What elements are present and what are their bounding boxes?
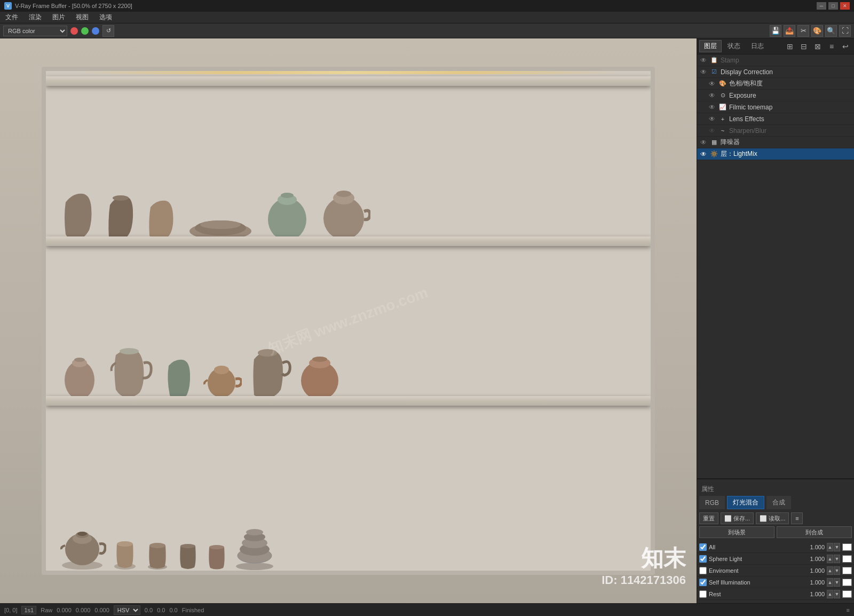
refresh-button[interactable]: ↺ — [102, 25, 114, 37]
viewport[interactable]: 知末网 www.znzmo.com 知末 ID: 1142171306 — [0, 38, 697, 603]
shelf-row-3 — [58, 86, 638, 246]
layer-denoiser[interactable]: 👁 ▦ 降噪器 — [697, 137, 854, 148]
color-picker-button[interactable]: 🎨 — [811, 25, 823, 37]
lm-color-rest[interactable] — [842, 590, 852, 598]
status-mode-select[interactable]: HSV RGB — [114, 605, 140, 615]
titlebar: V V-Ray Frame Buffer - [50.0% of 2750 x … — [0, 0, 854, 12]
pot-cup-2 — [144, 536, 171, 571]
lm-step-dn-env[interactable]: ▼ — [834, 566, 840, 575]
lm-color-env[interactable] — [842, 567, 852, 574]
layer-eye-lm[interactable]: 👁 — [699, 150, 708, 159]
layer-eye-dc[interactable]: 👁 — [699, 68, 708, 76]
lm-name-all: All — [709, 544, 798, 550]
layer-hue-sat[interactable]: 👁 🎨 色相/饱和度 — [697, 78, 854, 90]
panel-icon-list[interactable]: ≡ — [825, 40, 838, 53]
close-button[interactable]: ✕ — [840, 2, 850, 10]
layer-sharpen[interactable]: 👁 ~ Sharpen/Blur — [697, 125, 854, 137]
lm-step-dn-selfillum[interactable]: ▼ — [834, 578, 840, 587]
props-tab-lightmix[interactable]: 灯光混合 — [727, 496, 764, 509]
lm-stepper-rest: ▲ ▼ — [827, 590, 840, 598]
minimize-button[interactable]: ─ — [817, 2, 826, 10]
props-tab-rgb[interactable]: RGB — [699, 496, 725, 509]
to-scene-button[interactable]: 到场景 — [699, 526, 774, 538]
zoom-button[interactable]: 🔍 — [825, 25, 837, 37]
shelf-board-bottom — [46, 396, 650, 406]
menu-view[interactable]: 视图 — [74, 12, 91, 23]
menu-options[interactable]: 选项 — [97, 12, 114, 23]
red-dot[interactable] — [70, 27, 78, 35]
props-tab-composite[interactable]: 合成 — [766, 496, 791, 509]
panel-icon-layers[interactable]: ⊞ — [784, 40, 796, 53]
svg-point-26 — [214, 366, 229, 374]
props-apply-row: 到场景 到合成 — [697, 526, 854, 538]
titlebar-controls[interactable]: ─ □ ✕ — [817, 2, 850, 10]
layer-icon-hs: 🎨 — [718, 80, 727, 88]
lm-color-sphere[interactable] — [842, 555, 852, 563]
layer-eye-sharpen[interactable]: 👁 — [708, 127, 716, 135]
layer-eye-exp[interactable]: 👁 — [708, 91, 716, 100]
maximize-button[interactable]: □ — [828, 2, 838, 10]
save-icon-button[interactable]: 💾 — [770, 25, 781, 37]
main-layout: 知末网 www.znzmo.com 知末 ID: 1142171306 图层 状… — [0, 38, 854, 603]
panel-icon-undo[interactable]: ↩ — [839, 40, 852, 53]
reset-button[interactable]: 重置 — [699, 512, 718, 524]
panel-icon-adjust[interactable]: ⊟ — [797, 40, 810, 53]
lm-color-all[interactable] — [842, 543, 852, 551]
more-button[interactable]: ≡ — [791, 512, 803, 524]
svg-point-34 — [113, 195, 129, 201]
layer-icon-sharpen: ~ — [718, 127, 727, 135]
lm-check-env[interactable] — [699, 567, 707, 574]
layer-name-lm: 层：LightMix — [721, 149, 852, 159]
lm-check-selfillum[interactable] — [699, 579, 707, 586]
lm-step-dn-sphere[interactable]: ▼ — [834, 555, 840, 563]
lm-check-all[interactable] — [699, 543, 707, 551]
layer-eye-filmic[interactable]: 👁 — [708, 103, 716, 112]
channel-select[interactable]: RGB color — [3, 26, 67, 36]
menu-image[interactable]: 图片 — [50, 12, 67, 23]
layer-name-exp: Exposure — [729, 92, 852, 99]
export-icon-button[interactable]: 📤 — [784, 25, 795, 37]
layer-filmic[interactable]: 👁 📈 Filmic tonemap — [697, 101, 854, 113]
lm-color-selfillum[interactable] — [842, 579, 852, 586]
layer-lightmix[interactable]: 👁 🔆 层：LightMix — [697, 148, 854, 160]
save-button[interactable]: ⬜ 保存... — [721, 512, 754, 524]
lm-check-rest[interactable] — [699, 590, 707, 598]
lm-step-up-sphere[interactable]: ▲ — [827, 555, 833, 563]
layer-icon-exp: ⊙ — [718, 91, 727, 100]
lm-step-up-rest[interactable]: ▲ — [827, 590, 833, 598]
layer-stamp[interactable]: 👁 📋 Stamp — [697, 54, 854, 66]
layer-icon-stamp: 📋 — [710, 56, 718, 65]
tab-log[interactable]: 日志 — [746, 40, 769, 52]
lm-name-env: Enviroment — [709, 567, 798, 574]
layer-eye-stamp[interactable]: 👁 — [699, 56, 708, 65]
panel-icon-blend[interactable]: ⊠ — [811, 40, 824, 53]
layer-display-correction[interactable]: 👁 ☑ Display Correction — [697, 66, 854, 78]
blue-dot[interactable] — [92, 27, 99, 35]
layer-exposure[interactable]: 👁 ⊙ Exposure — [697, 90, 854, 101]
layer-eye-hs[interactable]: 👁 — [708, 80, 716, 88]
crop-icon-button[interactable]: ✂ — [797, 25, 809, 37]
fullscreen-button[interactable]: ⛶ — [839, 25, 851, 37]
to-composite-button[interactable]: 到合成 — [777, 526, 852, 538]
lm-step-dn-rest[interactable]: ▼ — [834, 590, 840, 598]
menu-file[interactable]: 文件 — [3, 12, 20, 23]
layer-lens[interactable]: 👁 + Lens Effects — [697, 113, 854, 125]
menu-render[interactable]: 渲染 — [27, 12, 44, 23]
lm-step-dn-all[interactable]: ▼ — [834, 543, 840, 551]
load-button[interactable]: ⬜ 读取... — [756, 512, 789, 524]
shelf-board-top — [46, 76, 650, 86]
shelf-row-2 — [58, 251, 638, 406]
lm-step-up-all[interactable]: ▲ — [827, 543, 833, 551]
layer-eye-denoiser[interactable]: 👁 — [699, 138, 708, 147]
lm-step-up-selfillum[interactable]: ▲ — [827, 578, 833, 587]
app-icon: V — [4, 2, 12, 10]
lm-step-up-env[interactable]: ▲ — [827, 566, 833, 575]
green-dot[interactable] — [81, 27, 89, 35]
layer-eye-lens[interactable]: 👁 — [708, 115, 716, 123]
tab-status[interactable]: 状态 — [723, 40, 745, 52]
tab-layers[interactable]: 图层 — [699, 40, 722, 52]
svg-point-20 — [74, 358, 85, 362]
lm-check-sphere[interactable] — [699, 555, 707, 563]
layer-name-hs: 色相/饱和度 — [729, 79, 852, 88]
props-tabs: RGB 灯光混合 合成 — [697, 496, 854, 509]
